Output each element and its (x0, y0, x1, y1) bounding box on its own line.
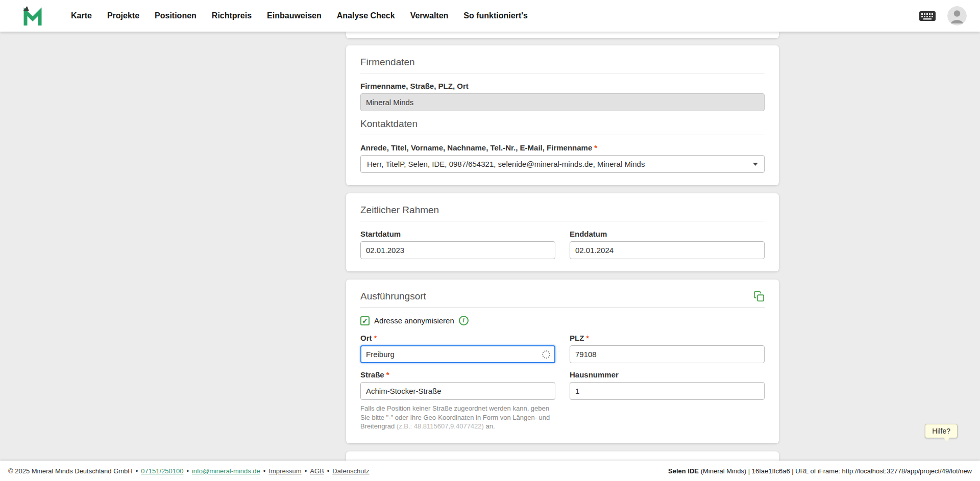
required-marker: * (586, 334, 589, 342)
check-icon: ✓ (362, 317, 368, 324)
enddatum-input[interactable] (570, 241, 765, 259)
loading-spinner-icon (542, 350, 550, 359)
firmenname-label: Firmenname, Straße, PLZ, Ort (360, 82, 765, 90)
separator: • (305, 467, 307, 475)
kontakt-label: Anrede, Titel, Vorname, Nachname, Tel.-N… (360, 143, 765, 152)
card-firmendaten: Firmendaten Firmenname, Straße, PLZ, Ort… (346, 45, 779, 185)
firmendaten-title: Firmendaten (360, 57, 765, 68)
hausnummer-input[interactable] (570, 382, 765, 400)
strasse-input[interactable] (360, 382, 555, 400)
navbar-actions (919, 6, 967, 26)
plz-input[interactable] (570, 345, 765, 363)
plz-field: PLZ* (570, 334, 765, 363)
separator: • (136, 467, 138, 475)
strasse-hint: Falls die Position keiner Straße zugeord… (360, 404, 555, 431)
card-zeitlicher-rahmen: Zeitlicher Rahmen Startdatum Enddatum (346, 193, 779, 271)
ort-input[interactable] (360, 345, 555, 363)
ausfuehrungsort-title: Ausführungsort (360, 291, 426, 302)
nav-item-positionen[interactable]: Positionen (147, 11, 204, 20)
strasse-field: Straße* Falls die Position keiner Straße… (360, 370, 555, 431)
kontakt-select-value: Herr, TitelP, Selen, IDE, 0987/654321, s… (367, 160, 748, 168)
copy-icon[interactable] (753, 291, 765, 302)
required-marker: * (374, 334, 377, 342)
card-ausfuehrungsort: Ausführungsort ✓ Adresse anonymisieren i… (346, 280, 779, 443)
nav-item-richtpreis[interactable]: Richtpreis (204, 11, 259, 20)
strasse-label: Straße* (360, 370, 555, 379)
copyright-text: © 2025 Mineral Minds Deutschland GmbH (8, 467, 133, 475)
card-partial-top (346, 32, 779, 38)
startdatum-field: Startdatum (360, 230, 555, 259)
footer-impressum-link[interactable]: Impressum (268, 467, 301, 475)
required-marker: * (594, 143, 597, 152)
plz-label: PLZ* (570, 334, 765, 342)
nav-item-so-funktionierts[interactable]: So funktioniert's (456, 11, 535, 20)
footer-links: © 2025 Mineral Minds Deutschland GmbH • … (8, 467, 370, 475)
separator: • (263, 467, 266, 475)
footer-agb-link[interactable]: AGB (310, 467, 324, 475)
startdatum-label: Startdatum (360, 230, 555, 238)
debug-app-name: Selen IDE (668, 467, 699, 475)
ort-field: Ort* (360, 334, 555, 363)
ort-label-text: Ort (360, 334, 372, 342)
zeitraum-title: Zeitlicher Rahmen (360, 205, 765, 216)
kontakt-label-text: Anrede, Titel, Vorname, Nachname, Tel.-N… (360, 143, 592, 152)
firmenname-input (360, 93, 765, 111)
separator: • (186, 467, 189, 475)
divider (360, 73, 765, 73)
required-marker: * (386, 370, 389, 379)
main-nav: Karte Projekte Positionen Richtpreis Ein… (63, 11, 535, 20)
ort-label: Ort* (360, 334, 555, 342)
kontakt-select[interactable]: Herr, TitelP, Selen, IDE, 0987/654321, s… (360, 155, 765, 173)
user-avatar-icon[interactable] (947, 6, 967, 26)
chevron-down-icon (753, 163, 758, 166)
debug-details: (Mineral Minds) | 16fae1ffc6a6 | URL of … (699, 467, 972, 475)
enddatum-field: Enddatum (570, 230, 765, 259)
nav-item-analyse-check[interactable]: Analyse Check (329, 11, 403, 20)
top-navbar: Karte Projekte Positionen Richtpreis Ein… (0, 0, 980, 32)
startdatum-input[interactable] (360, 241, 555, 259)
hint-example: (z.B.: 48.8115607,9.4077422) (397, 422, 484, 430)
nav-item-verwalten[interactable]: Verwalten (403, 11, 456, 20)
separator: • (327, 467, 330, 475)
debug-info: Selen IDE (Mineral Minds) | 16fae1ffc6a6… (668, 467, 972, 475)
hausnummer-label: Hausnummer (570, 370, 765, 379)
nav-item-projekte[interactable]: Projekte (100, 11, 147, 20)
keyboard-icon[interactable] (919, 9, 936, 22)
hausnummer-field: Hausnummer (570, 370, 765, 400)
divider (360, 221, 765, 221)
hint-suffix: an. (484, 422, 495, 430)
anonymize-label: Adresse anonymisieren (374, 316, 454, 325)
footer-email-link[interactable]: info@mineral-minds.de (192, 467, 260, 475)
footer-phone-link[interactable]: 07151/250100 (141, 467, 183, 475)
strasse-label-text: Straße (360, 370, 384, 379)
mineral-minds-logo-icon[interactable] (21, 5, 44, 27)
kontaktdaten-title: Kontaktdaten (360, 118, 765, 130)
anonymize-checkbox[interactable]: ✓ (360, 316, 370, 325)
nav-item-karte[interactable]: Karte (63, 11, 100, 20)
divider (360, 135, 765, 135)
footer: © 2025 Mineral Minds Deutschland GmbH • … (0, 461, 980, 481)
form-column: Firmendaten Firmenname, Straße, PLZ, Ort… (346, 32, 779, 467)
footer-datenschutz-link[interactable]: Datenschutz (332, 467, 369, 475)
info-icon[interactable]: i (459, 316, 469, 325)
enddatum-label: Enddatum (570, 230, 765, 238)
help-button[interactable]: Hilfe? (925, 424, 958, 438)
divider (360, 307, 765, 308)
plz-label-text: PLZ (570, 334, 584, 342)
nav-item-einbauweisen[interactable]: Einbauweisen (259, 11, 329, 20)
